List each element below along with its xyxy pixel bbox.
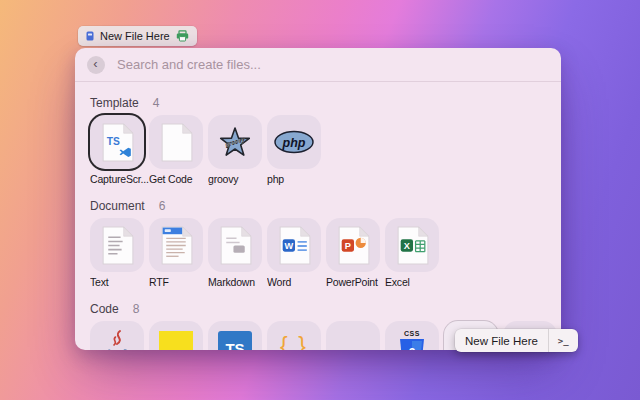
capture-ts-icon: TS: [99, 123, 136, 162]
new-file-window: ‹ Template4 TS CaptureScr... Get Code gr…: [75, 48, 561, 350]
file-label: PowerPoint: [326, 276, 388, 289]
blank-doc-icon: [158, 123, 195, 162]
file-item[interactable]: [90, 321, 144, 350]
file-tile-blank-doc[interactable]: [149, 115, 203, 169]
file-tile-css3[interactable]: CSS 3: [385, 321, 439, 350]
file-tile-java[interactable]: [90, 321, 144, 350]
section-header: Document6: [90, 199, 546, 213]
desktop: { "menubar": { "app_label": "New File He…: [0, 0, 640, 400]
section-title: Document: [90, 199, 145, 213]
file-item[interactable]: Get Code: [149, 115, 203, 186]
menubar-app-label: New File Here: [100, 30, 170, 42]
javascript-icon: JS: [159, 331, 193, 350]
rtf-doc-icon: [158, 226, 195, 265]
file-item[interactable]: X Excel: [385, 218, 439, 289]
file-tile-typescript[interactable]: TS: [208, 321, 262, 350]
svg-text:TS: TS: [106, 135, 119, 146]
word-doc-icon: W: [276, 226, 313, 265]
svg-text:3: 3: [409, 346, 416, 350]
file-label: Word: [267, 276, 329, 289]
file-tile-php[interactable]: php: [267, 115, 321, 169]
section-header: Code8: [90, 302, 546, 316]
file-item[interactable]: groovygroovy: [208, 115, 262, 186]
excel-doc-icon: X: [394, 226, 431, 265]
file-tile-javascript[interactable]: JS: [149, 321, 203, 350]
file-item[interactable]: { }: [267, 321, 321, 350]
text-doc-icon: [99, 226, 136, 265]
file-item[interactable]: Text: [90, 218, 144, 289]
file-item[interactable]: TS CaptureScr...: [90, 115, 144, 186]
section-count: 6: [159, 199, 166, 213]
section-count: 4: [153, 96, 160, 110]
file-label: php: [267, 173, 329, 186]
file-label: Markdown: [208, 276, 270, 289]
file-tile-groovy[interactable]: groovy: [208, 115, 262, 169]
file-label: groovy: [208, 173, 270, 186]
file-item[interactable]: P PowerPoint: [326, 218, 380, 289]
file-tile-powerpoint-doc[interactable]: P: [326, 218, 380, 272]
svg-text:php: php: [282, 136, 306, 150]
file-item[interactable]: RTF: [149, 218, 203, 289]
file-label: Excel: [385, 276, 447, 289]
file-tile-word-doc[interactable]: W: [267, 218, 321, 272]
file-label: RTF: [149, 276, 211, 289]
section-template: Template4 TS CaptureScr... Get Code groo…: [90, 96, 546, 186]
svg-text:P: P: [344, 240, 350, 250]
svg-text:X: X: [403, 240, 410, 250]
menubar-app-pill[interactable]: New File Here: [78, 26, 197, 46]
groovy-icon: groovy: [213, 122, 257, 162]
file-item[interactable]: phpphp: [267, 115, 321, 186]
typescript-icon: TS: [218, 331, 252, 350]
tooltip-label: New File Here: [465, 335, 538, 347]
file-tile-excel-doc[interactable]: X: [385, 218, 439, 272]
search-input[interactable]: [115, 56, 549, 73]
file-label: Text: [90, 276, 152, 289]
powerpoint-doc-icon: P: [335, 226, 372, 265]
file-tile-rtf-doc[interactable]: [149, 218, 203, 272]
file-item[interactable]: CSS 3: [385, 321, 439, 350]
file-label: Get Code: [149, 173, 211, 186]
file-tile-capture-ts[interactable]: TS: [90, 115, 144, 169]
css3-icon: CSS 3: [399, 330, 425, 350]
braces-icon: { }: [280, 333, 308, 351]
java-icon: [97, 328, 137, 350]
new-file-tooltip: New File Here >_: [455, 329, 578, 352]
file-item[interactable]: Markdown: [208, 218, 262, 289]
section-count: 8: [133, 302, 140, 316]
file-tile-code-tag[interactable]: [326, 321, 380, 350]
file-item[interactable]: JS: [149, 321, 203, 350]
file-item[interactable]: [326, 321, 380, 350]
terminal-prompt-icon[interactable]: >_: [549, 329, 578, 352]
tile-row: TS CaptureScr... Get Code groovygroovy p…: [90, 115, 546, 186]
file-tile-markdown-doc[interactable]: [208, 218, 262, 272]
file-label: CaptureScr...: [90, 173, 152, 186]
markdown-doc-icon: [217, 226, 254, 265]
file-tile-braces[interactable]: { }: [267, 321, 321, 350]
file-item[interactable]: TS: [208, 321, 262, 350]
file-tile-text-doc[interactable]: [90, 218, 144, 272]
search-bar: ‹: [75, 48, 561, 82]
window-content: Template4 TS CaptureScr... Get Code groo…: [75, 82, 561, 350]
file-item[interactable]: W Word: [267, 218, 321, 289]
section-document: Document6 Text RTF Markdown W Word P Pow…: [90, 199, 546, 289]
back-button[interactable]: ‹: [87, 56, 105, 74]
section-title: Code: [90, 302, 119, 316]
svg-text:W: W: [284, 240, 293, 250]
section-title: Template: [90, 96, 139, 110]
php-icon: php: [272, 127, 316, 157]
tile-row: Text RTF Markdown W Word P PowerPoint X …: [90, 218, 546, 289]
printer-icon: [176, 30, 189, 42]
section-header: Template4: [90, 96, 546, 110]
app-flag-icon: [86, 31, 94, 41]
chevron-left-icon: ‹: [93, 56, 97, 72]
